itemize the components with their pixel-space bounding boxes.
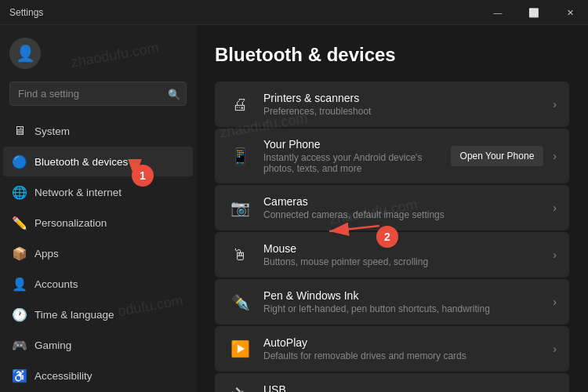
nav-label-system: System [34, 125, 70, 137]
settings-desc-pen: Right or left-handed, pen button shortcu… [263, 303, 553, 314]
nav-icon-network: 🌐 [13, 185, 27, 199]
search-box: 🔍 [9, 82, 187, 106]
settings-label-mouse: Mouse [263, 242, 553, 255]
settings-desc-printers: Preferences, troubleshoot [263, 106, 553, 117]
minimize-button[interactable]: — [480, 0, 516, 25]
settings-label-printers: Printers & scanners [263, 92, 553, 104]
nav-label-time: Time & language [34, 309, 114, 321]
chevron-icon-mouse: › [553, 249, 557, 261]
page-title: Bluetooth & devices [215, 44, 569, 66]
main-content: Bluetooth & devices 🖨 Printers & scanner… [196, 25, 588, 392]
settings-label-your-phone: Your Phone [263, 138, 451, 151]
nav-icon-time: 🕐 [13, 307, 27, 321]
settings-item-autoplay[interactable]: ▶️ AutoPlay Defaults for removable drive… [215, 326, 569, 372]
settings-desc-your-phone: Instantly access your Android device's p… [263, 152, 451, 174]
sidebar-item-system[interactable]: 🖥 System [3, 116, 193, 146]
chevron-icon-your-phone: › [553, 150, 557, 162]
sidebar-item-time[interactable]: 🕐 Time & language [3, 299, 193, 329]
search-input[interactable] [9, 82, 187, 106]
sidebar: 👤 🔍 🖥 System 🔵 Bluetooth & devices 🌐 Net… [0, 25, 196, 392]
settings-icon-your-phone: 📱 [227, 143, 252, 169]
settings-label-pen: Pen & Windows Ink [263, 289, 553, 302]
chevron-icon-printers: › [553, 98, 557, 111]
settings-icon-cameras: 📷 [227, 195, 252, 220]
settings-item-usb[interactable]: 🔌 USB Notifications, USB battery saver, … [215, 373, 569, 392]
settings-text-cameras: Cameras Connected cameras, default image… [263, 195, 553, 220]
settings-text-usb: USB Notifications, USB battery saver, mo… [263, 383, 553, 392]
nav-label-gaming: Gaming [34, 339, 71, 351]
nav-label-accessibility: Accessibility [34, 370, 93, 382]
nav-label-network: Network & internet [34, 187, 122, 198]
maximize-button[interactable]: ⬜ [516, 0, 552, 25]
app-container: 👤 🔍 🖥 System 🔵 Bluetooth & devices 🌐 Net… [0, 25, 588, 392]
nav-label-accounts: Accounts [34, 278, 78, 290]
open-your-phone-button[interactable]: Open Your Phone [451, 146, 544, 166]
nav-icon-accounts: 👤 [13, 277, 27, 291]
titlebar: Settings — ⬜ ✕ [0, 0, 588, 25]
settings-label-usb: USB [263, 383, 553, 392]
sidebar-item-accessibility[interactable]: ♿ Accessibility [3, 361, 193, 390]
settings-desc-cameras: Connected cameras, default image setting… [263, 209, 553, 220]
sidebar-item-bluetooth[interactable]: 🔵 Bluetooth & devices [3, 147, 193, 176]
nav-icon-accessibility: ♿ [13, 368, 27, 383]
settings-text-pen: Pen & Windows Ink Right or left-handed, … [263, 289, 553, 314]
settings-desc-mouse: Buttons, mouse pointer speed, scrolling [263, 256, 553, 267]
settings-item-cameras[interactable]: 📷 Cameras Connected cameras, default ima… [215, 185, 569, 230]
settings-list: 🖨 Printers & scanners Preferences, troub… [215, 82, 569, 392]
sidebar-item-accounts[interactable]: 👤 Accounts [3, 269, 193, 299]
nav-list: 🖥 System 🔵 Bluetooth & devices 🌐 Network… [0, 115, 196, 392]
sidebar-header: 👤 [0, 31, 196, 82]
nav-icon-personalization: ✏️ [13, 216, 27, 230]
settings-icon-mouse: 🖱 [227, 242, 252, 267]
nav-label-apps: Apps [34, 248, 59, 260]
avatar: 👤 [9, 38, 41, 69]
open-phone-action: Open Your Phone [451, 146, 544, 166]
close-button[interactable]: ✕ [552, 0, 588, 25]
nav-label-bluetooth: Bluetooth & devices [34, 156, 128, 168]
settings-text-mouse: Mouse Buttons, mouse pointer speed, scro… [263, 242, 553, 267]
settings-icon-usb: 🔌 [227, 383, 252, 392]
nav-icon-apps: 📦 [13, 246, 27, 260]
sidebar-item-personalization[interactable]: ✏️ Personalization [3, 208, 193, 238]
sidebar-item-network[interactable]: 🌐 Network & internet [3, 177, 193, 207]
settings-label-cameras: Cameras [263, 195, 553, 208]
nav-icon-system: 🖥 [13, 124, 27, 138]
settings-text-printers: Printers & scanners Preferences, trouble… [263, 92, 553, 117]
settings-icon-pen: ✒️ [227, 289, 252, 314]
settings-icon-printers: 🖨 [227, 92, 252, 117]
sidebar-item-apps[interactable]: 📦 Apps [3, 238, 193, 268]
settings-text-your-phone: Your Phone Instantly access your Android… [263, 138, 451, 174]
titlebar-title: Settings [9, 7, 43, 18]
chevron-icon-autoplay: › [553, 343, 557, 355]
nav-label-personalization: Personalization [34, 217, 107, 229]
chevron-icon-pen: › [553, 296, 557, 308]
chevron-icon-cameras: › [553, 201, 557, 214]
settings-label-autoplay: AutoPlay [263, 336, 553, 349]
settings-item-printers[interactable]: 🖨 Printers & scanners Preferences, troub… [215, 82, 569, 127]
nav-icon-bluetooth: 🔵 [13, 154, 27, 169]
search-icon: 🔍 [168, 88, 180, 100]
titlebar-controls: — ⬜ ✕ [480, 0, 588, 24]
settings-icon-autoplay: ▶️ [227, 336, 252, 361]
settings-item-your-phone[interactable]: 📱 Your Phone Instantly access your Andro… [215, 129, 569, 183]
settings-desc-autoplay: Defaults for removable drives and memory… [263, 350, 553, 361]
nav-icon-gaming: 🎮 [13, 338, 27, 352]
settings-item-pen[interactable]: ✒️ Pen & Windows Ink Right or left-hande… [215, 279, 569, 325]
settings-item-mouse[interactable]: 🖱 Mouse Buttons, mouse pointer speed, sc… [215, 232, 569, 278]
sidebar-item-gaming[interactable]: 🎮 Gaming [3, 330, 193, 360]
settings-text-autoplay: AutoPlay Defaults for removable drives a… [263, 336, 553, 361]
